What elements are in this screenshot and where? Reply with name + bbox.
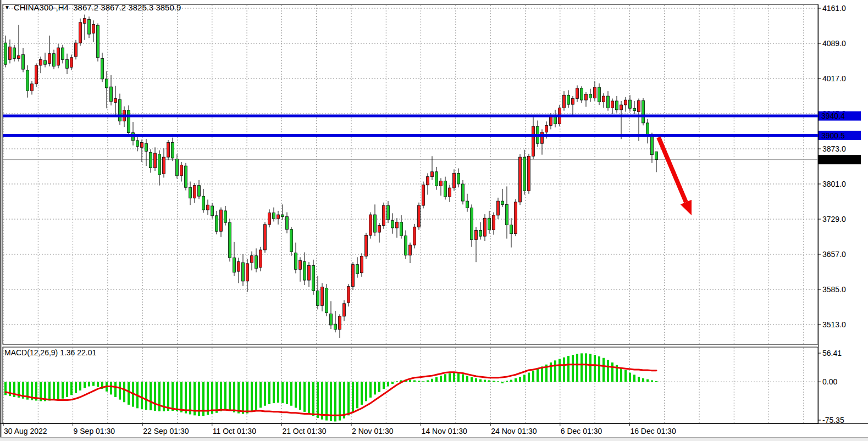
candle <box>598 87 601 102</box>
candle <box>128 110 130 133</box>
macd-indicator-label: MACD(12,26,9) 1.36 22.01 <box>4 348 96 357</box>
candle <box>259 250 262 267</box>
sr-price-tag-text: 3900.5 <box>821 131 845 140</box>
candle <box>519 157 522 202</box>
candle <box>224 211 227 222</box>
candle <box>506 204 508 225</box>
candle <box>290 230 293 252</box>
candle <box>158 154 161 175</box>
time-axis-label: 16 Dec 01:30 <box>630 427 676 436</box>
candle <box>325 288 328 312</box>
candle <box>422 185 425 205</box>
candle <box>409 245 412 255</box>
candle <box>374 215 377 232</box>
macd-axis-label: 0.00 <box>822 377 837 386</box>
candle <box>106 79 108 88</box>
candle <box>471 208 473 240</box>
price-axis-label: 3873.0 <box>822 144 846 153</box>
candle <box>119 99 121 121</box>
candle <box>563 95 566 108</box>
price-axis-label: 4089.0 <box>822 39 846 48</box>
candle <box>488 218 491 230</box>
candle <box>79 23 82 43</box>
candle <box>515 202 517 234</box>
candle <box>541 132 544 143</box>
candle <box>70 58 73 68</box>
price-axis-label: 3513.0 <box>822 320 846 329</box>
candle <box>154 153 157 168</box>
candle <box>193 186 196 198</box>
candle <box>220 210 223 231</box>
candle <box>532 126 535 156</box>
candle <box>651 135 654 155</box>
candle <box>343 304 346 316</box>
candle <box>26 70 29 91</box>
candle <box>35 65 38 84</box>
candle <box>334 324 337 330</box>
candle <box>339 316 341 330</box>
candle <box>449 188 451 197</box>
chart-window: 4161.04089.04017.03945.03873.03801.03729… <box>0 0 868 441</box>
candle <box>136 141 139 147</box>
candle <box>176 159 179 176</box>
time-axis[interactable]: 30 Aug 20229 Sep 01:3022 Sep 01:3011 Oct… <box>0 424 868 436</box>
candle <box>396 222 399 228</box>
candle <box>110 87 113 102</box>
candle <box>18 55 20 58</box>
price-axis[interactable]: 4161.04089.04017.03945.03873.03801.03729… <box>818 0 868 441</box>
price-axis-label: 4161.0 <box>822 4 846 13</box>
candle <box>167 142 170 157</box>
candle <box>31 84 34 91</box>
candle <box>114 98 117 102</box>
candle <box>453 173 456 188</box>
candle <box>528 156 530 191</box>
candle <box>602 96 605 102</box>
candle <box>655 152 658 159</box>
candle <box>378 226 381 232</box>
time-axis-label: 30 Aug 2022 <box>4 427 47 436</box>
candle <box>594 87 596 98</box>
candle <box>66 59 69 68</box>
candle <box>356 265 359 274</box>
candle <box>44 60 47 64</box>
candle <box>361 256 363 273</box>
candle <box>163 157 165 174</box>
candlestick-chart[interactable]: 4161.04089.04017.03945.03873.03801.03729… <box>0 0 868 441</box>
candle <box>431 172 434 177</box>
candle <box>299 261 302 270</box>
candle <box>580 88 583 100</box>
candle <box>400 222 403 236</box>
candle <box>457 173 460 184</box>
sr-price-tag-text: 3940.4 <box>821 111 845 120</box>
candle <box>273 213 275 219</box>
candle <box>92 24 95 33</box>
candle <box>40 59 42 65</box>
candle <box>510 225 513 234</box>
candle <box>141 142 143 147</box>
dropdown-icon[interactable]: ▼ <box>4 4 10 10</box>
candle <box>493 215 495 230</box>
candle <box>57 48 60 65</box>
candle <box>172 142 174 158</box>
candle <box>633 108 636 110</box>
candle <box>383 205 385 225</box>
candle <box>4 43 7 64</box>
candle <box>435 172 438 186</box>
candle <box>444 181 447 197</box>
candle <box>501 201 504 204</box>
candle <box>365 235 368 256</box>
candle <box>405 236 407 255</box>
price-axis-label: 3585.0 <box>822 285 846 294</box>
chart-title: ▼CHINA300-,H4 3867.2 3867.2 3825.3 3850.… <box>4 3 181 12</box>
candle <box>479 230 482 236</box>
time-axis-label: 24 Nov 01:30 <box>491 427 537 436</box>
time-axis-label: 22 Sep 01:30 <box>143 427 189 436</box>
candle <box>418 205 421 227</box>
candle <box>550 116 552 125</box>
current-price-tag-text: 3850.9 <box>821 155 845 164</box>
candle <box>101 59 104 79</box>
time-axis-label: 6 Dec 01:30 <box>561 427 602 436</box>
candle <box>607 96 610 108</box>
macd-axis-label: -75.35 <box>822 416 844 425</box>
candle <box>572 98 574 104</box>
